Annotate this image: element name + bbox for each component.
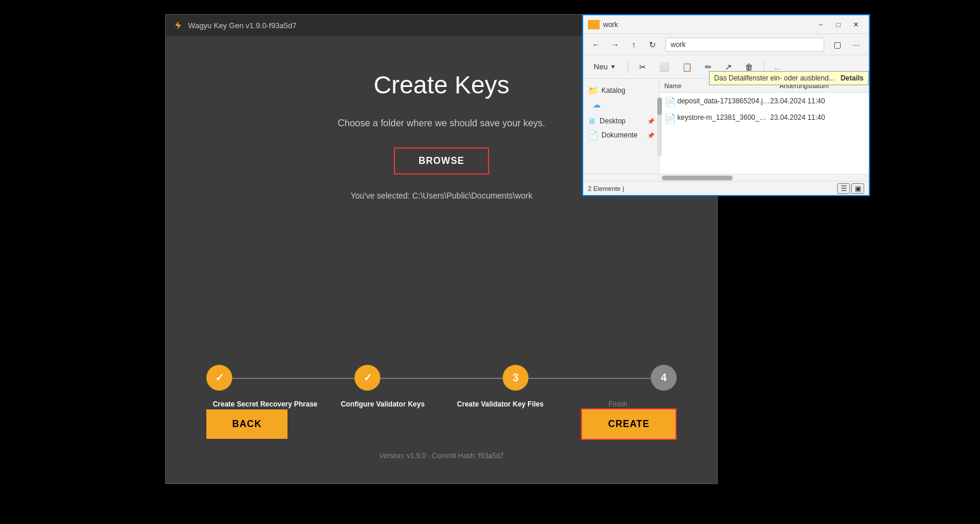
- cut-button[interactable]: ✂: [634, 60, 651, 74]
- cut-icon: ✂: [639, 62, 646, 72]
- step-number-3: 3: [513, 372, 519, 384]
- copy-button[interactable]: ⬜: [654, 60, 674, 74]
- katalog-icon: 📁: [588, 86, 598, 95]
- address-bar[interactable]: work: [671, 41, 685, 49]
- main-title: Create Keys: [373, 71, 509, 99]
- sidebar-item-dokumente[interactable]: 📄 Dokumente 📌: [583, 128, 659, 142]
- tooltip-text: Das Detailfenster ein- oder ausblend...: [714, 74, 835, 82]
- explorer-folder-icon: [588, 20, 600, 29]
- list-view-button[interactable]: ☰: [837, 183, 850, 194]
- explorer-toolbar: ← → ↑ ↻ work ▢ ···: [583, 34, 869, 55]
- ribbon-separator-1: [628, 61, 628, 73]
- desktop-label: Desktop: [600, 117, 626, 125]
- step-number-4: 4: [661, 372, 667, 384]
- file-date-2: 23.04.2024 11:40: [770, 113, 864, 122]
- close-button[interactable]: ✕: [848, 16, 864, 33]
- details-label: Details: [841, 74, 864, 82]
- steps-labels: Create Secret Recovery Phrase Configure …: [206, 400, 677, 408]
- browse-button[interactable]: BROWSE: [394, 147, 489, 174]
- steps-row: 3 4: [206, 365, 677, 391]
- file-item-2[interactable]: 📄 keystore-m_12381_3600_0_0_0-1713865203…: [660, 109, 869, 126]
- selected-path: You've selected: C:\Users\Public\Documen…: [350, 191, 533, 200]
- step-4: 4: [651, 365, 677, 391]
- up-nav-button[interactable]: ↑: [626, 36, 642, 53]
- sidebar-item-cloud[interactable]: ☁: [583, 98, 659, 112]
- checkmark-2: [363, 371, 372, 384]
- explorer-sidebar: 📁 Katalog ☁ 🖥 Desktop 📌 📄 Dokumente 📌: [583, 79, 660, 174]
- step-circle-2: [354, 365, 380, 391]
- app-icon: [173, 20, 183, 31]
- step-2: [354, 365, 380, 391]
- explorer-titlebar: work − □ ✕: [583, 15, 869, 34]
- file-name-2: keystore-m_12381_3600_0_0_0-1713865203.j…: [677, 113, 770, 122]
- bottom-bar: BACK CREATE: [206, 408, 677, 440]
- view-toggle-button[interactable]: ▢: [829, 36, 845, 53]
- delete-icon: 🗑: [745, 62, 753, 72]
- file-item-1[interactable]: 📄 deposit_data-1713865204.json 23.04.202…: [660, 93, 869, 109]
- sidebar-item-desktop[interactable]: 🖥 Desktop 📌: [583, 114, 659, 128]
- paste-button[interactable]: 📋: [677, 60, 697, 74]
- explorer-window: work − □ ✕ Das Detailfenster ein- oder a…: [582, 14, 870, 196]
- step-label-4: Finish: [559, 400, 677, 408]
- step-circle-4: 4: [651, 365, 677, 391]
- connector-3: [529, 378, 651, 379]
- minimize-button[interactable]: −: [812, 16, 829, 33]
- maximize-button[interactable]: □: [830, 16, 847, 33]
- more-ribbon-icon: ...: [775, 63, 780, 70]
- forward-nav-button[interactable]: →: [607, 36, 623, 53]
- connector-1: [232, 378, 354, 379]
- statusbar-cursor: |: [623, 185, 624, 192]
- step-label-2: Configure Validator Keys: [324, 400, 441, 408]
- app-title: Wagyu Key Gen v1.9.0-f93a5d7: [188, 21, 297, 30]
- file-name-1: deposit_data-1713865204.json: [677, 97, 770, 105]
- more-nav-button[interactable]: ···: [848, 36, 864, 53]
- explorer-statusbar: 2 Elemente | ☰ ▣: [583, 181, 869, 195]
- tooltip: Das Detailfenster ein- oder ausblend... …: [709, 71, 869, 85]
- statusbar-text: 2 Elemente |: [588, 185, 832, 192]
- subtitle: Choose a folder where we should save you…: [337, 118, 545, 129]
- paste-icon: 📋: [682, 62, 692, 72]
- statusbar-count: 2 Elemente: [588, 185, 621, 192]
- dokumente-icon: 📄: [588, 130, 598, 140]
- file-icon-2: 📄: [664, 113, 674, 122]
- titlebar-buttons: − □ ✕: [812, 16, 864, 33]
- step-label-1: Create Secret Recovery Phrase: [206, 400, 324, 408]
- file-date-1: 23.04.2024 11:40: [770, 97, 864, 105]
- desktop-pin: 📌: [647, 118, 654, 125]
- rename-icon: ✏: [705, 62, 712, 72]
- explorer-title: work: [603, 21, 809, 29]
- katalog-label: Katalog: [601, 86, 626, 95]
- dokumente-pin: 📌: [647, 132, 654, 139]
- desktop-icon: 🖥: [588, 116, 596, 126]
- step-label-3: Create Validator Key Files: [441, 400, 559, 408]
- step-circle-3: 3: [503, 365, 529, 391]
- step-1: [206, 365, 232, 391]
- create-button[interactable]: CREATE: [581, 408, 677, 440]
- back-nav-button[interactable]: ←: [588, 36, 604, 53]
- grid-view-button[interactable]: ▣: [851, 183, 864, 194]
- neu-label: Neu: [594, 62, 608, 71]
- explorer-main: 📁 Katalog ☁ 🖥 Desktop 📌 📄 Dokumente 📌 Na…: [583, 79, 869, 174]
- checkmark-1: [215, 371, 224, 384]
- share-icon: ↗: [725, 62, 732, 72]
- neu-chevron: ▼: [610, 63, 616, 70]
- file-list: 📄 deposit_data-1713865204.json 23.04.202…: [660, 93, 869, 174]
- neu-button[interactable]: Neu ▼: [588, 59, 622, 75]
- svg-marker-0: [175, 21, 181, 29]
- version-text: Version: v1.9.0 · Commit Hash: f93a5d7: [379, 452, 504, 460]
- connector-2: [380, 378, 503, 379]
- back-button[interactable]: BACK: [206, 409, 287, 439]
- refresh-nav-button[interactable]: ↻: [644, 36, 661, 53]
- cloud-icon: ☁: [593, 100, 601, 109]
- sidebar-item-katalog[interactable]: 📁 Katalog: [583, 83, 659, 98]
- step-circle-1: [206, 365, 232, 391]
- dokumente-label: Dokumente: [601, 131, 637, 139]
- view-buttons: ☰ ▣: [837, 183, 864, 194]
- file-icon-1: 📄: [664, 96, 674, 106]
- file-area: Name Änderungsdatum 📄 deposit_data-17138…: [660, 79, 869, 174]
- copy-icon: ⬜: [659, 62, 669, 72]
- horizontal-scrollbar[interactable]: [583, 174, 869, 181]
- step-3: 3: [503, 365, 529, 391]
